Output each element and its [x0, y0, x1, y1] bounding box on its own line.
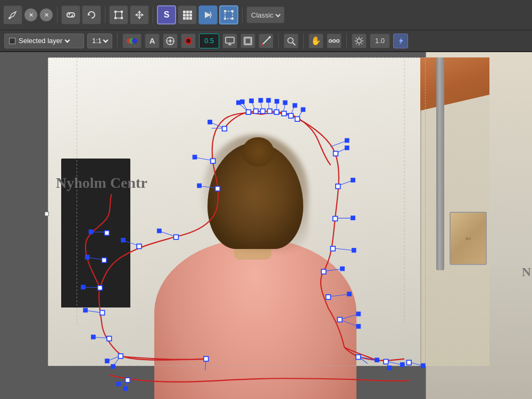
- svg-point-29: [269, 36, 271, 38]
- classic-dropdown[interactable]: Classic: [246, 6, 285, 23]
- layer-label: Selected layer: [19, 37, 62, 45]
- svg-rect-14: [189, 17, 192, 20]
- svg-line-45: [356, 43, 356, 44]
- canvas-area: Nyholm Centr Art N: [0, 52, 532, 399]
- svg-rect-5: [121, 17, 123, 19]
- svg-rect-7: [186, 11, 189, 13]
- grid-tool[interactable]: [178, 5, 197, 24]
- svg-point-33: [333, 39, 336, 42]
- red-channel-btn[interactable]: [181, 34, 196, 48]
- svg-line-27: [262, 37, 270, 45]
- text-a-icon: A: [149, 36, 155, 45]
- svg-line-42: [356, 38, 356, 38]
- monitor-btn[interactable]: [222, 34, 237, 48]
- svg-point-0: [9, 17, 11, 19]
- gradient-line-btn[interactable]: [259, 34, 273, 48]
- classic-label: Classic: [251, 11, 273, 19]
- transform-box-tool[interactable]: [109, 5, 128, 24]
- svg-line-43: [361, 43, 362, 44]
- brightness-btn[interactable]: [352, 34, 367, 48]
- svg-line-75: [119, 380, 128, 385]
- svg-rect-11: [189, 14, 192, 16]
- node-arc-1: [126, 378, 130, 383]
- separator-5: [117, 33, 118, 49]
- person-body: [154, 238, 356, 399]
- hair-wisps: [202, 135, 309, 252]
- separator-7: [303, 33, 304, 49]
- svg-rect-17: [231, 10, 234, 12]
- tool-group-transform: [109, 5, 149, 24]
- snap-e-tool[interactable]: [198, 5, 218, 24]
- close-icon-1: ✕: [29, 12, 34, 19]
- ratio-dropdown[interactable]: 1:1: [87, 34, 112, 48]
- hand-tool-btn[interactable]: ✋: [309, 34, 323, 48]
- svg-point-21: [169, 40, 171, 42]
- svg-point-28: [261, 44, 263, 46]
- close-btn-2[interactable]: ✕: [39, 8, 53, 22]
- svg-rect-24: [226, 37, 234, 43]
- svg-rect-19: [231, 18, 234, 20]
- close-btn-1[interactable]: ✕: [24, 8, 38, 22]
- dark-doorway: [61, 159, 130, 307]
- tool-group-left: ✕ ✕: [3, 5, 53, 24]
- link-tool[interactable]: [61, 5, 80, 24]
- svg-rect-6: [183, 11, 186, 13]
- classic-chevron-icon: [275, 12, 280, 17]
- svg-line-31: [293, 43, 295, 45]
- svg-rect-118: [387, 366, 392, 370]
- layer-dropdown[interactable]: Selected layer: [4, 34, 84, 48]
- gutter-pipe: [436, 57, 444, 270]
- separator-3: [153, 7, 153, 23]
- ratio-value: 1:1: [92, 37, 102, 45]
- blue-channel-dot: [132, 38, 137, 44]
- rotate-tool[interactable]: [82, 5, 101, 24]
- brightness-input[interactable]: 1.0: [370, 34, 390, 48]
- svg-rect-8: [189, 11, 192, 13]
- lightning-btn[interactable]: [393, 34, 408, 48]
- color-channels-btn[interactable]: [122, 34, 142, 48]
- hand-icon: ✋: [311, 36, 321, 46]
- snap-s-icon: S: [164, 10, 170, 20]
- close-icon-2: ✕: [44, 12, 49, 19]
- tool-group-snap: S: [157, 5, 238, 24]
- layer-color-indicator: [9, 38, 15, 44]
- svg-rect-18: [224, 18, 226, 20]
- svg-point-37: [357, 39, 361, 43]
- snap-s-tool[interactable]: S: [157, 5, 176, 24]
- screen-btn[interactable]: [240, 34, 255, 48]
- second-toolbar: Selected layer 1:1 A 0.5: [0, 30, 532, 52]
- svg-line-44: [361, 38, 362, 38]
- svg-rect-12: [183, 17, 186, 20]
- opacity-input[interactable]: 0.5: [199, 34, 219, 48]
- separator-1: [57, 7, 57, 23]
- svg-line-74: [126, 380, 128, 389]
- select-marquee-tool[interactable]: [219, 5, 238, 24]
- separator-2: [105, 7, 105, 23]
- svg-rect-16: [224, 10, 226, 12]
- svg-rect-116: [117, 382, 121, 386]
- ratio-chevron-icon: [103, 38, 109, 43]
- layer-chevron-icon: [65, 38, 70, 43]
- svg-rect-13: [186, 17, 189, 20]
- svg-rect-10: [186, 14, 189, 16]
- adjust-btn[interactable]: [163, 34, 178, 48]
- pen-cursor-tool[interactable]: [3, 5, 22, 24]
- n-letter: N: [522, 265, 531, 279]
- svg-rect-2: [114, 11, 117, 13]
- svg-rect-9: [183, 14, 186, 16]
- svg-point-34: [337, 39, 339, 42]
- svg-rect-26: [245, 38, 251, 44]
- building-sign: Art: [450, 212, 487, 265]
- loupe-btn[interactable]: [284, 34, 298, 48]
- text-tool-btn[interactable]: A: [145, 34, 160, 48]
- svg-rect-3: [121, 11, 123, 13]
- separator-4: [242, 7, 243, 23]
- nodes-tool-btn[interactable]: [327, 34, 342, 48]
- move-tool[interactable]: [130, 5, 149, 24]
- separator-6: [278, 33, 279, 49]
- svg-point-32: [329, 39, 332, 42]
- svg-point-23: [186, 39, 190, 43]
- svg-rect-15: [225, 11, 232, 19]
- tool-group-links: [61, 5, 101, 24]
- svg-point-30: [288, 38, 293, 43]
